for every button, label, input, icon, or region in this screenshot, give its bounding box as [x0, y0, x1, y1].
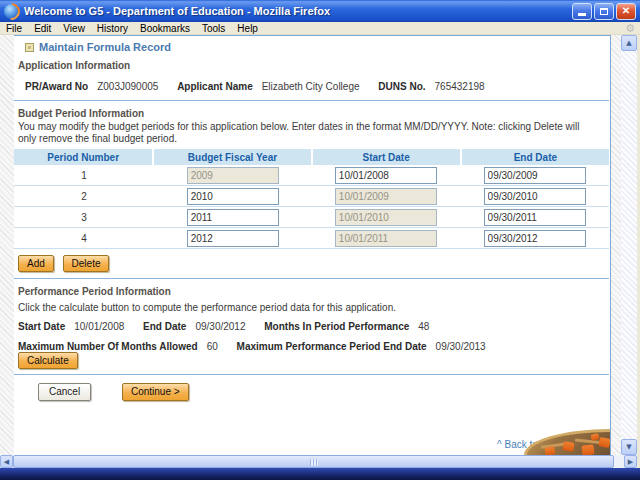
- start-date-input: [335, 230, 437, 247]
- performance-row-1: Start Date10/01/2008 End Date09/30/2012 …: [18, 321, 445, 332]
- restore-icon: [600, 8, 608, 15]
- performance-row-2: Maximum Number Of Months Allowed60 Maxim…: [18, 341, 502, 352]
- continue-button[interactable]: Continue >: [122, 383, 189, 401]
- arrow-up-icon: ▲: [626, 39, 631, 47]
- browser-window: Welcome to G5 - Department of Education …: [0, 0, 640, 480]
- calculate-button[interactable]: Calculate: [18, 352, 78, 369]
- restore-button[interactable]: [594, 3, 614, 20]
- perf-end-date-value: 09/30/2012: [195, 321, 245, 332]
- minimize-button[interactable]: [572, 3, 592, 20]
- months-in-period-label: Months In Period Performance: [264, 321, 409, 332]
- chair-shape: [598, 437, 610, 448]
- budget-period-table: Period Number Budget Fiscal Year Start D…: [14, 149, 609, 249]
- horizontal-scrollbar[interactable]: ◀ ▶: [0, 455, 637, 468]
- scroll-right-button[interactable]: ▶: [624, 455, 637, 468]
- chair-shape: [562, 441, 574, 451]
- table-buttons: Add Delete: [18, 255, 115, 272]
- max-months-label: Maximum Number Of Months Allowed: [18, 341, 198, 352]
- table-row: 2: [14, 186, 609, 207]
- add-button[interactable]: Add: [18, 255, 54, 272]
- title-bar: Welcome to G5 - Department of Education …: [0, 0, 640, 22]
- delete-button[interactable]: Delete: [63, 255, 110, 272]
- menu-tools[interactable]: Tools: [196, 22, 231, 35]
- fiscal-year-input: [187, 167, 279, 184]
- table-header-row: Period Number Budget Fiscal Year Start D…: [14, 149, 609, 165]
- max-months-value: 60: [207, 341, 218, 352]
- thumb-grip: [310, 459, 318, 466]
- page-title: Maintain Formula Record: [25, 41, 171, 53]
- arrow-down-icon: ▼: [626, 443, 631, 451]
- perf-start-date-label: Start Date: [18, 321, 65, 332]
- end-date-input[interactable]: [484, 188, 586, 205]
- column-header-budget-fiscal-year: Budget Fiscal Year: [154, 149, 310, 165]
- budget-period-instructions: You may modify the budget periods for th…: [18, 121, 596, 145]
- menu-history[interactable]: History: [91, 22, 134, 35]
- cancel-button[interactable]: Cancel: [38, 383, 91, 401]
- section-divider: [14, 100, 609, 101]
- scroll-down-button[interactable]: ▼: [621, 439, 637, 455]
- record-icon: [25, 43, 34, 52]
- minimize-icon: [578, 13, 586, 16]
- months-in-period-value: 48: [418, 321, 429, 332]
- scroll-left-button[interactable]: ◀: [0, 455, 13, 468]
- chair-shape: [590, 433, 599, 441]
- form-actions: Cancel Continue >: [38, 383, 195, 401]
- period-number: 4: [14, 233, 154, 244]
- performance-period-instructions: Click the calculate button to compute th…: [18, 302, 396, 313]
- page-background: Maintain Formula Record Application Info…: [0, 35, 637, 455]
- scroll-up-button[interactable]: ▲: [621, 35, 637, 51]
- max-end-date-label: Maximum Performance Period End Date: [237, 341, 427, 352]
- table-row: 3: [14, 207, 609, 228]
- pr-award-label: PR/Award No: [25, 81, 88, 92]
- perf-start-date-value: 10/01/2008: [74, 321, 124, 332]
- applicant-name-label: Applicant Name: [177, 81, 253, 92]
- period-number: 2: [14, 191, 154, 202]
- end-date-input[interactable]: [484, 167, 586, 184]
- start-date-input: [335, 209, 437, 226]
- start-date-input[interactable]: [335, 167, 437, 184]
- menu-file[interactable]: File: [0, 22, 28, 35]
- fiscal-year-input[interactable]: [187, 230, 279, 247]
- chair-shape: [582, 444, 595, 455]
- classroom-photo: [524, 429, 610, 455]
- arrow-left-icon: ◀: [4, 458, 9, 466]
- period-number: 1: [14, 170, 154, 181]
- section-divider: [14, 278, 609, 279]
- applicant-name-value: Elizabeth City College: [262, 81, 360, 92]
- column-header-period-number: Period Number: [14, 149, 152, 165]
- window-title: Welcome to G5 - Department of Education …: [24, 5, 572, 17]
- table-row: 4: [14, 228, 609, 249]
- fiscal-year-input[interactable]: [187, 209, 279, 226]
- application-info-row: PR/Award NoZ003J090005 Applicant NameEli…: [25, 81, 501, 92]
- end-date-input[interactable]: [484, 230, 586, 247]
- menu-bar: File Edit View History Bookmarks Tools H…: [0, 22, 640, 35]
- column-header-start-date: Start Date: [313, 149, 460, 165]
- fiscal-year-input[interactable]: [187, 188, 279, 205]
- chair-shape: [544, 446, 555, 455]
- start-date-input: [335, 188, 437, 205]
- close-icon: ✕: [622, 6, 630, 16]
- window-bottom-border: [0, 468, 640, 480]
- firefox-icon: [4, 4, 19, 19]
- end-date-input[interactable]: [484, 209, 586, 226]
- close-button[interactable]: ✕: [616, 3, 636, 20]
- menu-help[interactable]: Help: [231, 22, 264, 35]
- column-header-end-date: End Date: [462, 149, 609, 165]
- section-divider: [14, 374, 609, 375]
- arrow-right-icon: ▶: [628, 458, 633, 466]
- throbber-icon: ⚙: [625, 22, 635, 36]
- menu-bookmarks[interactable]: Bookmarks: [134, 22, 196, 35]
- horizontal-scroll-thumb[interactable]: [13, 455, 614, 468]
- menu-view[interactable]: View: [57, 22, 91, 35]
- budget-period-heading: Budget Period Information: [18, 108, 144, 119]
- application-info-heading: Application Information: [18, 60, 130, 71]
- menu-edit[interactable]: Edit: [28, 22, 57, 35]
- period-number: 3: [14, 212, 154, 223]
- vertical-scrollbar[interactable]: ▲ ▼: [621, 35, 637, 455]
- perf-end-date-label: End Date: [143, 321, 186, 332]
- max-end-date-value: 09/30/2013: [436, 341, 486, 352]
- pr-award-value: Z003J090005: [97, 81, 158, 92]
- duns-label: DUNS No.: [378, 81, 425, 92]
- table-row: 1: [14, 165, 609, 186]
- performance-period-heading: Performance Period Information: [18, 286, 171, 297]
